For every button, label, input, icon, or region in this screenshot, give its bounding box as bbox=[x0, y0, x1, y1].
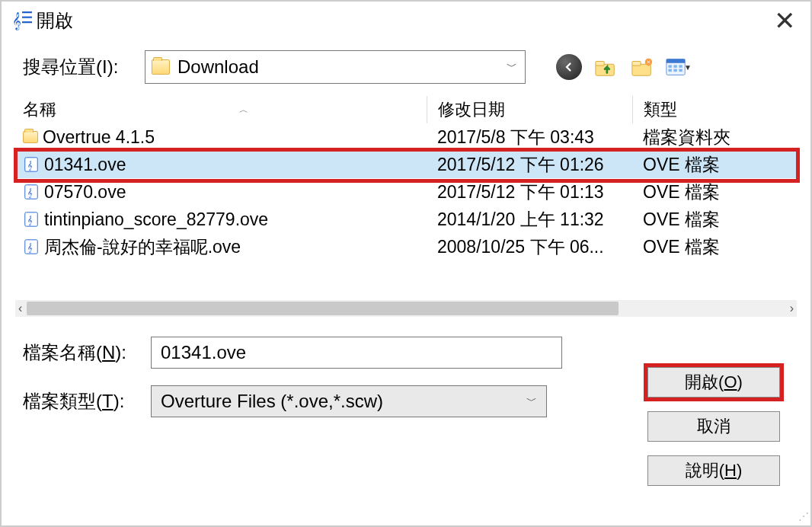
location-combo[interactable]: Download ﹀ bbox=[145, 50, 526, 84]
list-item[interactable]: 𝄞tintinpiano_score_82779.ove2014/1/20 上午… bbox=[15, 206, 797, 233]
list-header[interactable]: 名稱︿ 修改日期 類型 bbox=[15, 96, 797, 123]
dialog-title: 開啟 bbox=[37, 8, 73, 33]
svg-rect-16 bbox=[679, 69, 682, 72]
ove-file-icon: 𝄞 bbox=[23, 156, 40, 173]
column-date[interactable]: 修改日期 bbox=[427, 96, 632, 123]
file-type: OVE 檔案 bbox=[632, 180, 797, 204]
file-type: OVE 檔案 bbox=[632, 208, 797, 232]
file-date: 2014/1/20 上午 11:32 bbox=[427, 208, 632, 232]
button-column: 開啟(O) 取消 說明(H) bbox=[647, 367, 780, 486]
filetype-label: 檔案類型(T): bbox=[23, 389, 151, 414]
folder-icon bbox=[23, 131, 38, 143]
file-date: 2017/5/12 下午 01:26 bbox=[427, 153, 632, 177]
file-name: 01341.ove bbox=[44, 155, 126, 175]
file-type: OVE 檔案 bbox=[632, 153, 797, 177]
ove-file-icon: 𝄞 bbox=[23, 184, 40, 200]
filename-label: 檔案名稱(N): bbox=[23, 340, 151, 365]
filetype-combo[interactable]: Overture Files (*.ove,*.scw) ﹀ bbox=[151, 385, 547, 417]
svg-text:𝄞: 𝄞 bbox=[12, 12, 21, 30]
lookin-row: 搜尋位置(I): Download ﹀ ▼ bbox=[2, 34, 810, 91]
location-text: Download bbox=[177, 56, 259, 78]
svg-text:𝄞: 𝄞 bbox=[27, 161, 33, 171]
file-type: OVE 檔案 bbox=[632, 235, 797, 259]
nav-new-folder-button[interactable] bbox=[629, 54, 655, 80]
help-button[interactable]: 說明(H) bbox=[647, 455, 780, 486]
close-icon[interactable]: ✕ bbox=[769, 8, 800, 34]
file-list: 名稱︿ 修改日期 類型 Overtrue 4.1.52017/5/8 下午 03… bbox=[15, 96, 797, 260]
list-item[interactable]: 𝄞周杰倫-說好的幸福呢.ove2008/10/25 下午 06...OVE 檔案 bbox=[15, 233, 797, 260]
title-bar-left: 𝄞 開啟 bbox=[12, 8, 73, 33]
svg-rect-7 bbox=[632, 62, 641, 66]
chevron-down-icon: ▼ bbox=[684, 63, 692, 72]
column-type[interactable]: 類型 bbox=[632, 96, 797, 123]
file-name: 07570.ove bbox=[44, 182, 126, 203]
svg-rect-5 bbox=[596, 62, 604, 66]
app-icon: 𝄞 bbox=[12, 11, 32, 30]
folder-icon bbox=[152, 59, 170, 75]
svg-rect-13 bbox=[673, 65, 676, 67]
filetype-value: Overture Files (*.ove,*.scw) bbox=[161, 391, 383, 412]
column-name[interactable]: 名稱 bbox=[23, 98, 56, 121]
title-bar: 𝄞 開啟 ✕ bbox=[2, 2, 810, 34]
list-item[interactable]: Overtrue 4.1.52017/5/8 下午 03:43檔案資料夾 bbox=[15, 123, 797, 151]
file-type: 檔案資料夾 bbox=[632, 126, 797, 149]
svg-rect-14 bbox=[673, 69, 676, 72]
file-date: 2008/10/25 下午 06... bbox=[427, 235, 632, 259]
file-name: tintinpiano_score_82779.ove bbox=[44, 209, 268, 230]
ove-file-icon: 𝄞 bbox=[23, 238, 40, 255]
resize-grip[interactable]: ⋰ bbox=[798, 510, 806, 522]
svg-rect-10 bbox=[667, 59, 685, 63]
scroll-left-icon[interactable]: ‹ bbox=[18, 302, 22, 315]
svg-text:𝄞: 𝄞 bbox=[27, 188, 33, 199]
chevron-down-icon: ﹀ bbox=[507, 60, 517, 74]
scroll-track[interactable] bbox=[27, 300, 785, 317]
file-name: 周杰倫-說好的幸福呢.ove bbox=[44, 235, 241, 259]
file-name: Overtrue 4.1.5 bbox=[43, 127, 155, 148]
file-date: 2017/5/8 下午 03:43 bbox=[427, 126, 632, 149]
nav-back-button[interactable] bbox=[556, 54, 582, 80]
sort-asc-icon: ︿ bbox=[239, 104, 248, 117]
file-date: 2017/5/12 下午 01:13 bbox=[427, 180, 632, 204]
list-item[interactable]: 𝄞07570.ove2017/5/12 下午 01:13OVE 檔案 bbox=[15, 178, 797, 206]
svg-rect-11 bbox=[668, 65, 671, 67]
cancel-button[interactable]: 取消 bbox=[647, 411, 780, 442]
open-button[interactable]: 開啟(O) bbox=[647, 367, 780, 398]
horizontal-scrollbar[interactable]: ‹ › bbox=[15, 300, 797, 317]
lookin-label: 搜尋位置(I): bbox=[23, 55, 129, 79]
svg-rect-12 bbox=[668, 69, 671, 72]
nav-icons: ▼ bbox=[556, 54, 692, 80]
svg-text:𝄞: 𝄞 bbox=[27, 243, 33, 254]
scroll-thumb[interactable] bbox=[27, 302, 618, 315]
filename-input[interactable] bbox=[151, 337, 562, 369]
nav-up-button[interactable] bbox=[593, 54, 619, 80]
list-item[interactable]: 𝄞01341.ove2017/5/12 下午 01:26OVE 檔案 bbox=[15, 151, 797, 178]
ove-file-icon: 𝄞 bbox=[23, 211, 40, 228]
svg-rect-15 bbox=[679, 65, 682, 67]
chevron-down-icon: ﹀ bbox=[526, 394, 537, 408]
svg-text:𝄞: 𝄞 bbox=[27, 216, 33, 226]
nav-view-button[interactable]: ▼ bbox=[666, 54, 692, 80]
scroll-right-icon[interactable]: › bbox=[790, 302, 794, 315]
open-dialog: 𝄞 開啟 ✕ 搜尋位置(I): Download ﹀ bbox=[0, 0, 812, 527]
